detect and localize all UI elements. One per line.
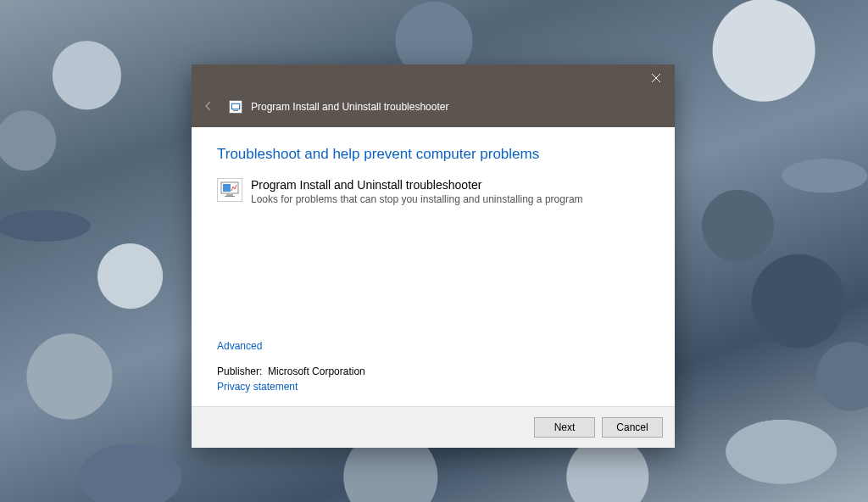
publisher-row: Publisher: Microsoft Corporation (217, 365, 649, 377)
item-text: Program Install and Uninstall troublesho… (251, 178, 583, 206)
svg-rect-4 (233, 110, 238, 111)
publisher-label: Publisher: (217, 365, 262, 377)
cancel-button[interactable]: Cancel (602, 417, 663, 438)
item-description: Looks for problems that can stop you ins… (251, 193, 583, 207)
titlebar (192, 64, 675, 92)
dialog-header: Program Install and Uninstall troublesho… (192, 92, 675, 127)
svg-rect-8 (225, 196, 235, 197)
monitor-icon (217, 178, 242, 202)
troubleshooter-dialog: Program Install and Uninstall troublesho… (192, 64, 675, 448)
privacy-link[interactable]: Privacy statement (217, 381, 649, 393)
svg-rect-3 (232, 104, 239, 109)
svg-rect-7 (226, 194, 233, 196)
svg-rect-6 (223, 184, 231, 192)
troubleshooter-icon (229, 100, 242, 114)
close-icon (652, 70, 660, 86)
dialog-content: Troubleshoot and help prevent computer p… (192, 127, 675, 406)
publisher-value: Microsoft Corporation (268, 365, 365, 377)
dialog-title: Program Install and Uninstall troublesho… (251, 101, 448, 113)
dialog-footer: Next Cancel (192, 406, 675, 448)
content-heading: Troubleshoot and help prevent computer p… (217, 146, 649, 163)
item-title: Program Install and Uninstall troublesho… (251, 178, 583, 193)
next-button[interactable]: Next (534, 417, 595, 438)
advanced-link[interactable]: Advanced (217, 340, 649, 352)
troubleshooter-item: Program Install and Uninstall troublesho… (217, 178, 649, 206)
back-button (197, 95, 220, 119)
arrow-left-icon (202, 99, 215, 115)
close-button[interactable] (637, 64, 675, 92)
